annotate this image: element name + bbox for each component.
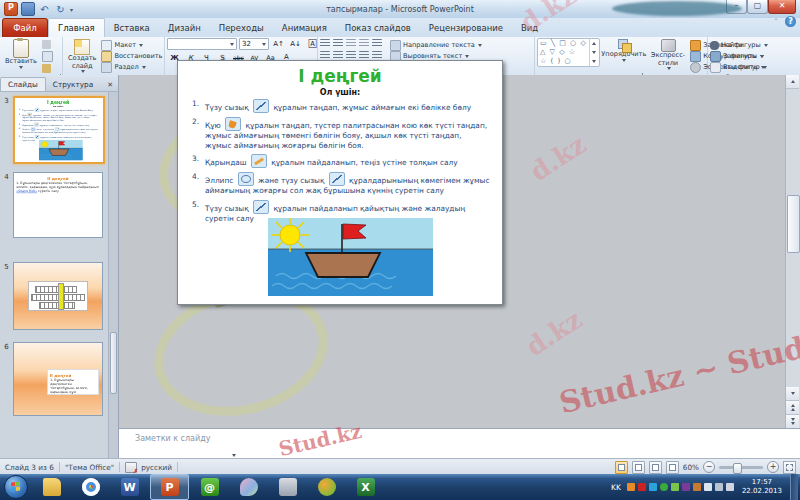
new-slide-button[interactable]: Создать слайд <box>65 38 99 74</box>
scrollbar-thumb[interactable] <box>787 195 800 253</box>
zoom-in-icon[interactable]: + <box>767 461 779 473</box>
paste-button[interactable]: Вставить <box>2 38 40 70</box>
slide-title[interactable]: І деңгей <box>178 66 502 86</box>
thumbnail-slide-4[interactable]: ІІ деңгей 1. Бұрыштары дөңгеленген тіктө… <box>13 172 103 238</box>
align-center-icon[interactable] <box>333 51 343 60</box>
justify-icon[interactable] <box>359 51 369 60</box>
grow-font-icon[interactable]: А↑ <box>271 38 286 50</box>
tray-language-indicator[interactable]: KK <box>608 483 624 492</box>
taskbar-powerpoint-icon[interactable]: P <box>150 474 189 500</box>
shapes-gallery[interactable]: ▭ ╲ □ ○ ◇ △ ▽ ◇ ☆ ☆ ( ) ○ <box>537 38 600 67</box>
boat-picture[interactable] <box>268 218 433 296</box>
tray-antivirus-icon[interactable] <box>638 483 646 491</box>
scroll-up-button[interactable] <box>786 75 799 89</box>
restore-button[interactable]: ▢ <box>747 0 768 14</box>
replace-button[interactable]: Заменить <box>710 51 764 61</box>
increase-indent-icon[interactable] <box>359 39 369 48</box>
panel-scrollbar[interactable] <box>108 92 118 458</box>
find-button[interactable]: Найти <box>710 40 742 50</box>
section-button[interactable]: Раздел <box>101 62 162 72</box>
align-right-icon[interactable] <box>346 51 356 60</box>
help-icon[interactable]: ? <box>785 16 796 27</box>
close-button[interactable]: ✕ <box>768 0 796 14</box>
columns-icon[interactable] <box>372 51 382 60</box>
bullets-icon[interactable] <box>320 39 330 48</box>
save-icon[interactable] <box>21 2 35 16</box>
slide-sorter-view-icon[interactable] <box>632 461 645 474</box>
decrease-indent-icon[interactable] <box>346 39 356 48</box>
notes-pane[interactable]: Заметки к слайду <box>119 428 800 459</box>
copy-icon[interactable] <box>42 51 53 62</box>
tray-icon[interactable] <box>649 483 657 491</box>
collapse-ribbon-icon[interactable]: ˄ <box>771 18 781 26</box>
slide-items[interactable]: 1.Түзу сызық құралын таңдап, жұмыс аймағ… <box>178 97 502 224</box>
scroll-down-button[interactable] <box>786 387 799 401</box>
taskbar-paint-icon[interactable] <box>230 475 267 499</box>
redo-icon[interactable]: ↻ <box>54 4 67 15</box>
numbering-icon[interactable] <box>333 39 343 48</box>
tab-review[interactable]: Рецензирование <box>420 19 512 37</box>
undo-icon[interactable]: ↶ <box>38 4 51 15</box>
tab-slideshow[interactable]: Показ слайдов <box>336 19 420 37</box>
tray-onenote-icon[interactable] <box>682 483 690 491</box>
notes-placeholder[interactable]: Заметки к слайду <box>119 429 800 443</box>
language-indicator[interactable]: русский <box>137 463 172 472</box>
taskbar-media-app-icon[interactable] <box>308 475 345 499</box>
tray-volume-icon[interactable] <box>726 483 734 491</box>
next-slide-button[interactable] <box>786 415 799 428</box>
text-direction-button[interactable]: Направление текста <box>390 40 501 50</box>
tab-file[interactable]: Файл <box>2 18 48 37</box>
slideshow-view-icon[interactable] <box>666 461 679 474</box>
zoom-level[interactable]: 60% <box>683 463 699 472</box>
thumbnail-slide-preview[interactable]: І деңгей Ол үшін: 1.Түзу сызық құралын т… <box>15 98 101 162</box>
line-spacing-icon[interactable] <box>372 39 382 48</box>
taskbar-excel-icon[interactable]: X <box>347 475 384 499</box>
cut-icon[interactable] <box>42 40 51 49</box>
tab-home[interactable]: Главная <box>48 18 105 37</box>
shrink-font-icon[interactable]: А↓ <box>288 38 303 50</box>
font-size-combo[interactable]: 32 <box>239 38 269 50</box>
thumbnail-slide-6[interactable]: ІІ деңгей 1. Бұрыштары дөңгеленген тіктө… <box>13 342 103 416</box>
taskbar-mail-agent-icon[interactable]: @ <box>191 475 228 499</box>
powerpoint-app-icon[interactable] <box>4 2 18 16</box>
tab-insert[interactable]: Вставка <box>105 19 159 37</box>
previous-slide-button[interactable] <box>786 401 799 415</box>
tray-icon[interactable] <box>671 483 679 491</box>
arrange-button[interactable]: Упорядочить <box>602 38 646 63</box>
reset-button[interactable]: Восстановить <box>101 51 162 61</box>
panel-scrollbar-thumb[interactable] <box>110 332 117 394</box>
qat-dropdown-icon[interactable]: ▾ <box>70 6 73 13</box>
normal-view-icon[interactable] <box>615 461 628 474</box>
tab-slides[interactable]: Слайды <box>0 77 46 91</box>
tray-flag-icon[interactable] <box>704 483 712 491</box>
taskbar-explorer-icon[interactable] <box>33 475 70 499</box>
start-button[interactable] <box>4 475 28 499</box>
font-name-combo[interactable] <box>167 38 237 50</box>
taskbar-phone-tool-icon[interactable] <box>269 475 306 499</box>
editor-vertical-scrollbar[interactable] <box>785 75 800 428</box>
layout-button[interactable]: Макет <box>101 40 162 50</box>
tab-outline[interactable]: Структура <box>46 78 100 91</box>
taskbar-word-icon[interactable]: W <box>111 475 148 499</box>
tab-design[interactable]: Дизайн <box>159 19 210 37</box>
reading-view-icon[interactable] <box>649 461 662 474</box>
show-desktop-button[interactable] <box>790 474 798 500</box>
spellcheck-icon[interactable] <box>125 462 137 473</box>
thumbnail-slide-3[interactable]: І деңгей Ол үшін: 1.Түзу сызық құралын т… <box>13 96 105 164</box>
select-button[interactable]: Выделить <box>710 62 765 72</box>
tab-animations[interactable]: Анимация <box>273 19 336 37</box>
panel-close-icon[interactable]: ✕ <box>105 79 115 91</box>
tab-transitions[interactable]: Переходы <box>210 19 273 37</box>
fit-slide-icon[interactable] <box>783 461 796 474</box>
thumbnail-slide-5[interactable] <box>13 262 103 330</box>
tray-agent-icon[interactable] <box>660 483 668 491</box>
tray-icon[interactable] <box>693 483 701 491</box>
taskbar-clock[interactable]: 17:57 22.02.2013 <box>737 478 787 496</box>
format-painter-icon[interactable] <box>42 64 51 73</box>
tab-view[interactable]: Вид <box>512 19 547 37</box>
quick-styles-button[interactable]: Экспресс-стили <box>648 38 688 71</box>
zoom-out-icon[interactable]: − <box>703 461 715 473</box>
theme-name[interactable]: "Тема Office" <box>65 463 114 472</box>
slide-canvas[interactable]: І деңгей Ол үшін: 1.Түзу сызық құралын т… <box>177 60 503 305</box>
zoom-slider[interactable] <box>719 466 763 469</box>
